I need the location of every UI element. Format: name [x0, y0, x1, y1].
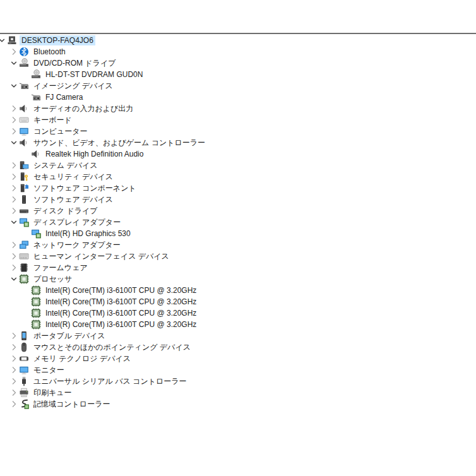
tree-item[interactable]: セキュリティ デバイス: [9, 171, 476, 182]
tree-item-label: DESKTOP-FAQ4JO6: [20, 35, 95, 45]
tree-item-label: サウンド、ビデオ、およびゲーム コントローラー: [32, 138, 207, 148]
chevron-expanded-icon[interactable]: [9, 81, 19, 91]
tree-item[interactable]: DVD/CD-ROM ドライブ: [9, 57, 476, 69]
security-device-icon: [19, 172, 29, 182]
tree-item-label: Intel(R) Core(TM) i3-6100T CPU @ 3.20GHz: [44, 319, 198, 330]
tree-item[interactable]: 記憶域コントローラー: [9, 398, 476, 410]
tree-item[interactable]: ネットワーク アダプター: [9, 239, 476, 251]
memory-device-icon: [19, 354, 29, 364]
tree-item[interactable]: サウンド、ビデオ、およびゲーム コントローラー: [9, 137, 476, 148]
speaker-icon: [19, 104, 29, 114]
portable-device-icon: [19, 331, 29, 341]
chevron-collapsed-icon[interactable]: [9, 240, 19, 250]
tree-item[interactable]: Intel(R) Core(TM) i3-6100T CPU @ 3.20GHz: [21, 285, 476, 296]
toolbar-bottom-edge: [0, 0, 476, 34]
tree-item[interactable]: FJ Camera: [21, 92, 476, 103]
storage-controller-icon: [19, 399, 29, 409]
tree-item[interactable]: Intel(R) Core(TM) i3-6100T CPU @ 3.20GHz: [21, 307, 476, 319]
chevron-collapsed-icon[interactable]: [9, 376, 19, 386]
chevron-placeholder: [21, 308, 31, 318]
chevron-collapsed-icon[interactable]: [9, 388, 19, 398]
chevron-expanded-icon[interactable]: [9, 217, 19, 227]
chevron-collapsed-icon[interactable]: [9, 104, 19, 114]
tree-item[interactable]: ソフトウェア コンポーネント: [9, 182, 476, 194]
tree-item[interactable]: システム デバイス: [9, 160, 476, 171]
chevron-expanded-icon[interactable]: [0, 35, 7, 45]
chevron-collapsed-icon[interactable]: [9, 126, 19, 136]
tree-item[interactable]: Realtek High Definition Audio: [21, 148, 476, 160]
display-adapter-icon: [31, 229, 41, 239]
network-adapter-icon: [19, 240, 29, 250]
speaker-icon: [19, 138, 29, 148]
tree-item-label: メモリ テクノロジ デバイス: [32, 354, 133, 364]
tree-item[interactable]: Intel(R) Core(TM) i3-6100T CPU @ 3.20GHz: [21, 319, 476, 330]
monitor-icon: [19, 126, 29, 136]
chevron-collapsed-icon[interactable]: [9, 365, 19, 375]
tree-item[interactable]: 印刷キュー: [9, 387, 476, 398]
tree-item-label: ネットワーク アダプター: [32, 240, 122, 250]
chevron-placeholder: [21, 285, 31, 295]
system-device-icon: [19, 160, 29, 170]
tree-item-label: Bluetooth: [32, 47, 68, 57]
tree-item-label: システム デバイス: [32, 160, 100, 170]
chevron-collapsed-icon[interactable]: [9, 342, 19, 352]
device-manager-window: DESKTOP-FAQ4JO6BluetoothDVD/CD-ROM ドライブH…: [0, 0, 476, 476]
chevron-collapsed-icon[interactable]: [9, 399, 19, 409]
tree-item-label: コンピューター: [32, 126, 89, 136]
tree-item[interactable]: ポータブル デバイス: [9, 330, 476, 342]
tree-item[interactable]: モニター: [9, 364, 476, 376]
chevron-collapsed-icon[interactable]: [9, 206, 19, 216]
tree-item[interactable]: ディスプレイ アダプター: [9, 217, 476, 228]
chevron-collapsed-icon[interactable]: [9, 183, 19, 193]
keyboard-icon: [19, 115, 29, 125]
tree-item-label: オーディオの入力および出力: [32, 104, 135, 114]
tree-item[interactable]: Intel(R) Core(TM) i3-6100T CPU @ 3.20GHz: [21, 296, 476, 307]
chevron-placeholder: [21, 149, 31, 159]
tree-item-label: 記憶域コントローラー: [32, 399, 112, 409]
dvd-drive-icon: [31, 69, 41, 80]
chevron-collapsed-icon[interactable]: [9, 251, 19, 261]
chevron-collapsed-icon[interactable]: [9, 115, 19, 125]
tree-item[interactable]: ソフトウェア デバイス: [9, 194, 476, 205]
chevron-expanded-icon[interactable]: [9, 274, 19, 284]
tree-item[interactable]: プロセッサ: [9, 273, 476, 285]
computer-icon: [7, 35, 17, 45]
chevron-collapsed-icon[interactable]: [9, 194, 19, 205]
tree-item[interactable]: ディスク ドライブ: [9, 205, 476, 217]
chevron-expanded-icon[interactable]: [9, 58, 19, 68]
tree-item[interactable]: ヒューマン インターフェイス デバイス: [9, 251, 476, 262]
tree-item-label: ディスク ドライブ: [32, 206, 100, 216]
tree-item[interactable]: HL-DT-ST DVDRAM GUD0N: [21, 69, 476, 80]
imaging-device-icon: [19, 81, 29, 91]
tree-item[interactable]: コンピューター: [9, 126, 476, 137]
tree-item-label: イメージング デバイス: [32, 81, 115, 91]
disk-drive-icon: [19, 206, 29, 216]
tree-item[interactable]: ファームウェア: [9, 262, 476, 273]
tree-item[interactable]: キーボード: [9, 114, 476, 126]
tree-item-label: ディスプレイ アダプター: [32, 217, 122, 227]
tree-item-label: プロセッサ: [32, 274, 74, 284]
firmware-icon: [19, 263, 29, 273]
chevron-collapsed-icon[interactable]: [9, 172, 19, 182]
chevron-collapsed-icon[interactable]: [9, 47, 19, 57]
tree-item-label: Intel(R) Core(TM) i3-6100T CPU @ 3.20GHz: [44, 297, 198, 307]
chevron-placeholder: [21, 319, 31, 330]
chevron-collapsed-icon[interactable]: [9, 263, 19, 273]
chevron-collapsed-icon[interactable]: [9, 354, 19, 364]
imaging-device-icon: [31, 92, 41, 102]
tree-item[interactable]: メモリ テクノロジ デバイス: [9, 353, 476, 364]
tree-item[interactable]: Intel(R) HD Graphics 530: [21, 228, 476, 239]
tree-item[interactable]: イメージング デバイス: [9, 80, 476, 92]
device-tree: DESKTOP-FAQ4JO6BluetoothDVD/CD-ROM ドライブH…: [0, 34, 476, 410]
bluetooth-icon: [19, 47, 29, 57]
tree-item[interactable]: オーディオの入力および出力: [9, 103, 476, 114]
mouse-icon: [19, 342, 29, 352]
tree-item[interactable]: ユニバーサル シリアル バス コントローラー: [9, 376, 476, 387]
chevron-placeholder: [21, 69, 31, 80]
chevron-expanded-icon[interactable]: [9, 138, 19, 148]
tree-item-root[interactable]: DESKTOP-FAQ4JO6: [0, 35, 476, 46]
chevron-collapsed-icon[interactable]: [9, 160, 19, 170]
tree-item[interactable]: マウスとそのほかのポインティング デバイス: [9, 342, 476, 353]
chevron-collapsed-icon[interactable]: [9, 331, 19, 341]
tree-item[interactable]: Bluetooth: [9, 46, 476, 57]
